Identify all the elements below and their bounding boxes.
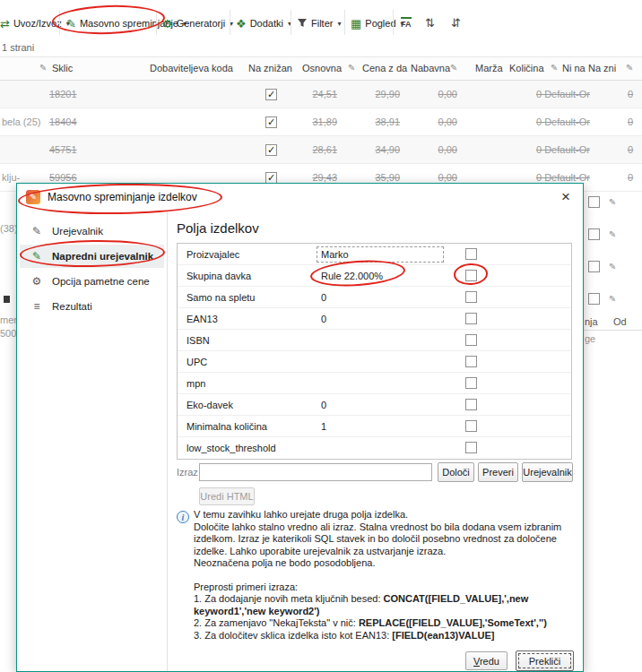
cell-nabavna: 0,00 xyxy=(429,81,457,108)
bg-cell-fragment: ge xyxy=(585,333,595,344)
toolbar-label: Generatorji xyxy=(177,18,225,29)
bg-marker xyxy=(4,296,10,303)
field-checkbox[interactable] xyxy=(465,270,477,281)
set-button[interactable]: Določi xyxy=(438,462,474,482)
edit-html-button[interactable]: Uredi HTML xyxy=(199,487,255,505)
toolbar-view-button[interactable]: ▦ Pogled ▾ xyxy=(351,13,404,33)
toolbar-separator xyxy=(230,10,230,35)
dialog-title: Masovno spreminjanje izdelkov xyxy=(48,184,197,211)
toolbar-separator xyxy=(59,10,60,35)
info-paragraph: V temu zavihku lahko urejate druga polja… xyxy=(194,509,574,521)
bg-checkbox[interactable] xyxy=(588,293,600,305)
cell-left-label: bela (25) xyxy=(2,108,41,135)
cancel-button-label: Prekliči xyxy=(529,656,560,667)
puzzle-icon: ❖ xyxy=(236,18,247,30)
expression-input[interactable] xyxy=(199,463,432,481)
field-value[interactable]: 0 xyxy=(321,394,326,416)
column-header-ni-na[interactable]: Ni na xyxy=(562,63,586,73)
edit-pencil-icon: ✎ xyxy=(450,63,457,73)
toolbar-addons-button[interactable]: ❖ Dodatki ▾ xyxy=(236,13,291,33)
gear-icon: ⚙ xyxy=(30,275,44,288)
import-export-icon: ⇄ xyxy=(0,18,10,30)
field-label: Eko-davek xyxy=(187,394,233,416)
field-row: Skupina davka Rule 22.000% xyxy=(178,265,571,287)
column-header-na-zni[interactable]: Na zni xyxy=(588,63,616,73)
row-checkbox[interactable]: ✓ xyxy=(265,89,277,100)
close-icon[interactable]: × xyxy=(556,187,576,207)
table-row[interactable]: bela (25) 18404 ✓ 31,89 38,91 0,00 0 Def… xyxy=(0,108,642,136)
bg-checkbox[interactable] xyxy=(588,261,600,272)
column-header-dobavitelj[interactable]: Dobaviteljeva koda xyxy=(150,63,233,73)
bg-checkbox[interactable] xyxy=(588,228,600,240)
column-header-na-nizan[interactable]: Na znižan xyxy=(248,63,292,73)
cell-ni-na: 0 Default-Or xyxy=(536,81,590,108)
cell-nabavna: 0,00 xyxy=(429,136,457,163)
fit-columns-button[interactable]: FA xyxy=(401,13,412,32)
field-checkbox[interactable] xyxy=(465,399,477,410)
cell-sklic: 45751 xyxy=(49,136,77,163)
field-row: mpn xyxy=(178,373,571,394)
toolbar-generators-button[interactable]: ⚙ Generatorji ▾ xyxy=(162,13,233,33)
column-header-cena[interactable]: Cena z da xyxy=(362,63,407,73)
toolbar-label: Dodatki xyxy=(250,18,283,29)
bg-checkbox[interactable] xyxy=(588,196,600,208)
sidebar-item-rezultati[interactable]: ≡ Rezultati xyxy=(20,295,164,318)
column-header-osnovna[interactable]: Osnovna xyxy=(302,63,342,73)
column-header-nabavna[interactable]: Nabavna xyxy=(411,63,450,73)
chevron-down-icon: ▾ xyxy=(337,20,341,28)
gear-icon: ⚙ xyxy=(162,18,173,30)
field-checkbox[interactable] xyxy=(465,420,477,432)
sidebar-item-urejevalnik[interactable]: ✎ Urejevalnik xyxy=(20,220,164,243)
column-header-marza[interactable]: Marža xyxy=(475,63,503,73)
info-paragraph: Neoznačena polja ne bodo posodobljena. xyxy=(194,557,574,570)
field-checkbox[interactable] xyxy=(465,334,477,346)
field-checkbox[interactable] xyxy=(465,313,477,324)
bg-row-fragment: ✎ xyxy=(588,228,616,240)
fit-columns-icon: FA xyxy=(401,17,412,29)
table-row[interactable]: 45751 ✓ 28,61 34,90 0,00 0 Default-Or 0 xyxy=(0,136,642,164)
field-checkbox[interactable] xyxy=(465,248,477,260)
field-checkbox[interactable] xyxy=(465,356,477,367)
field-row: EAN13 0 xyxy=(178,308,571,330)
cell-last: 0 xyxy=(628,164,633,191)
column-header-sklic[interactable]: Sklic xyxy=(52,63,73,73)
cell-last: 0 xyxy=(628,136,633,163)
toolbar-separator xyxy=(344,10,345,35)
row-checkbox[interactable]: ✓ xyxy=(265,116,277,128)
ok-button[interactable]: Vredu xyxy=(465,651,508,670)
row-checkbox[interactable]: ✓ xyxy=(265,144,277,156)
field-value-input[interactable] xyxy=(317,246,444,263)
field-value[interactable]: 1 xyxy=(321,416,326,437)
info-icon: i xyxy=(177,511,189,523)
check-button[interactable]: Preveri xyxy=(478,462,518,482)
field-checkbox[interactable] xyxy=(465,377,477,389)
info-text: V temu zavihku lahko urejate druga polja… xyxy=(194,509,574,642)
sidebar-item-opcija-pametne-cene[interactable]: ⚙ Opcija pametne cene xyxy=(20,270,164,293)
sort-updown-button[interactable]: ⇅ xyxy=(425,13,435,32)
field-label: Minimalna količina xyxy=(187,416,267,437)
cell-ni-na: 0 Default-Or xyxy=(536,108,590,135)
cancel-button[interactable]: Prekliči xyxy=(516,650,574,671)
field-value[interactable]: Rule 22.000% xyxy=(321,265,383,287)
editor-button[interactable]: Urejevalnik xyxy=(522,462,573,482)
edit-pencil-icon: ✎ xyxy=(551,63,558,73)
edit-pencil-icon: ✎ xyxy=(348,63,355,73)
field-value[interactable]: 0 xyxy=(321,287,326,308)
field-row: low_stock_threshold xyxy=(178,437,571,459)
field-checkbox[interactable] xyxy=(465,291,477,303)
bg-header-text: nja xyxy=(585,316,598,327)
sidebar-item-napredni-urejevalnik[interactable]: ✎ Napredni urejevalnik xyxy=(20,245,164,268)
bg-left-fragment: (38) xyxy=(0,223,18,234)
table-row[interactable]: 18201 ✓ 24,51 29,90 0,00 0 Default-Or 0 xyxy=(0,81,642,108)
field-checkbox[interactable] xyxy=(465,442,477,453)
example-code: REPLACE([FIELD_VALUE],'SomeText','') xyxy=(359,617,547,628)
editor-button-label: Urejevalnik xyxy=(523,467,571,478)
bulk-change-icon: ✎ xyxy=(66,18,76,30)
column-header-kolicina[interactable]: Količina xyxy=(509,63,544,73)
sort-downup-button[interactable]: ⇵ xyxy=(451,13,461,32)
field-value[interactable]: 0 xyxy=(321,308,326,330)
field-row: Samo na spletu 0 xyxy=(178,287,571,308)
cell-osnovna: 31,89 xyxy=(303,108,337,135)
toolbar-filter-button[interactable]: Filter ▾ xyxy=(297,13,341,33)
cell-sklic: 18201 xyxy=(49,81,77,108)
